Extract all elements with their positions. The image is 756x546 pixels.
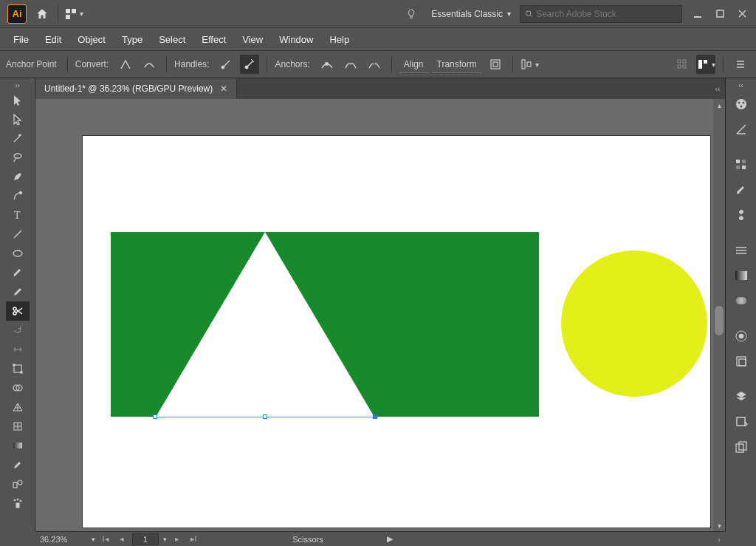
- gradient-tool[interactable]: [6, 436, 30, 455]
- blend-tool[interactable]: [6, 474, 30, 494]
- scissors-tool[interactable]: [6, 301, 30, 321]
- direct-selection-tool[interactable]: [6, 109, 30, 129]
- cut-path-button[interactable]: [365, 55, 384, 74]
- transparency-panel-icon[interactable]: [730, 290, 752, 312]
- menu-select[interactable]: Select: [151, 30, 193, 50]
- svg-rect-39: [21, 372, 22, 373]
- dock-expand-button[interactable]: ‹‹: [726, 80, 756, 90]
- convert-smooth-button[interactable]: [140, 55, 159, 74]
- selection-tool[interactable]: [6, 90, 30, 109]
- zoom-dropdown-icon[interactable]: ▾: [92, 536, 95, 543]
- handles-label: Handles:: [174, 59, 209, 69]
- pen-tool[interactable]: [6, 167, 30, 186]
- align-to-button[interactable]: [520, 55, 540, 74]
- document-tab[interactable]: Untitled-1* @ 36.23% (RGB/GPU Preview) ✕: [35, 78, 237, 99]
- scroll-thumb[interactable]: [715, 306, 724, 335]
- anchor-handle-right[interactable]: [373, 414, 377, 419]
- remove-anchor-button[interactable]: [317, 55, 337, 74]
- gradient-panel-icon[interactable]: [730, 265, 752, 287]
- symbols-panel-icon[interactable]: [730, 204, 752, 226]
- swatches-panel-icon[interactable]: [730, 154, 752, 176]
- handles-show-button[interactable]: [216, 55, 236, 74]
- discover-lightbulb-icon[interactable]: [400, 3, 422, 25]
- perspective-tool[interactable]: [6, 397, 30, 417]
- artboard-number[interactable]: 1: [132, 533, 159, 545]
- yellow-circle-shape[interactable]: [561, 250, 707, 397]
- line-tool[interactable]: [6, 225, 30, 244]
- prev-artboard-button[interactable]: ◂: [116, 533, 128, 545]
- svg-point-32: [13, 250, 22, 256]
- snap-pixel-button[interactable]: [696, 55, 715, 74]
- artboards-panel-icon[interactable]: [730, 436, 752, 458]
- convert-corner-button[interactable]: [116, 55, 135, 74]
- artboard-dropdown-icon[interactable]: ▾: [163, 536, 167, 543]
- zoom-level[interactable]: 36.23%: [40, 535, 87, 544]
- artboard[interactable]: [83, 136, 710, 528]
- anchor-handle-left[interactable]: [153, 414, 157, 419]
- menu-object[interactable]: Object: [70, 30, 113, 50]
- mesh-tool[interactable]: [6, 417, 30, 436]
- hscroll-right-button[interactable]: ›: [718, 535, 721, 544]
- appearance-panel-icon[interactable]: [730, 325, 752, 347]
- search-input[interactable]: [536, 9, 677, 19]
- pencil-tool[interactable]: [6, 282, 30, 301]
- isolate-button[interactable]: [486, 55, 505, 74]
- home-button[interactable]: [31, 3, 53, 25]
- svg-point-3: [526, 10, 530, 15]
- menu-help[interactable]: Help: [322, 30, 357, 50]
- scroll-up-button[interactable]: ▴: [713, 99, 725, 111]
- tabbar-collapse-button[interactable]: ‹‹: [710, 78, 725, 99]
- menu-file[interactable]: File: [6, 30, 36, 50]
- magic-wand-tool[interactable]: [6, 129, 30, 148]
- close-button[interactable]: [732, 6, 753, 22]
- arrange-documents-button[interactable]: [63, 3, 85, 25]
- menu-type[interactable]: Type: [114, 30, 150, 50]
- shape-builder-tool[interactable]: [6, 378, 30, 397]
- paintbrush-tool[interactable]: [6, 263, 30, 282]
- connect-anchor-button[interactable]: [341, 55, 360, 74]
- svg-rect-48: [16, 503, 19, 508]
- anchor-handle-mid[interactable]: [263, 414, 267, 419]
- color-panel-icon[interactable]: [730, 93, 752, 115]
- layers-panel-icon[interactable]: [730, 386, 752, 408]
- lasso-tool[interactable]: [6, 148, 30, 167]
- stroke-panel-icon[interactable]: [730, 239, 752, 262]
- curvature-tool[interactable]: [6, 186, 30, 205]
- tools-expand-button[interactable]: ››: [0, 80, 35, 90]
- last-artboard-button[interactable]: ▸I: [188, 533, 199, 545]
- color-guide-panel-icon[interactable]: [730, 118, 752, 140]
- snap-grid-button[interactable]: [673, 55, 692, 74]
- brushes-panel-icon[interactable]: [730, 179, 752, 201]
- width-tool[interactable]: [6, 340, 30, 359]
- graphic-styles-panel-icon[interactable]: [730, 350, 752, 372]
- workspace-switcher[interactable]: Essentials Classic ▾: [422, 9, 520, 19]
- symbol-sprayer-tool[interactable]: [6, 494, 30, 513]
- play-icon[interactable]: ▶: [387, 534, 393, 544]
- maximize-button[interactable]: [710, 6, 731, 22]
- minimize-button[interactable]: [688, 6, 709, 22]
- align-button[interactable]: Align: [399, 56, 428, 73]
- close-tab-button[interactable]: ✕: [220, 83, 227, 94]
- free-transform-tool[interactable]: [6, 359, 30, 378]
- handles-hide-button[interactable]: [240, 55, 259, 74]
- panel-menu-button[interactable]: [731, 55, 750, 74]
- canvas[interactable]: ▴ ▾: [35, 99, 725, 531]
- eyedropper-tool[interactable]: [6, 455, 30, 474]
- next-artboard-button[interactable]: ▸: [171, 533, 183, 545]
- current-tool-label: Scissors: [292, 535, 323, 544]
- rotate-tool[interactable]: [6, 321, 30, 340]
- first-artboard-button[interactable]: I◂: [100, 533, 111, 545]
- menu-edit[interactable]: Edit: [38, 30, 69, 50]
- asset-export-panel-icon[interactable]: [730, 411, 752, 433]
- svg-point-67: [739, 334, 743, 338]
- menu-window[interactable]: Window: [272, 30, 320, 50]
- vertical-scrollbar[interactable]: ▴ ▾: [713, 99, 725, 531]
- transform-button[interactable]: Transform: [433, 56, 481, 73]
- type-tool[interactable]: T: [6, 205, 30, 225]
- ellipse-tool[interactable]: [6, 244, 30, 263]
- menu-view[interactable]: View: [235, 30, 270, 50]
- search-stock-box[interactable]: [520, 5, 682, 23]
- svg-line-10: [223, 61, 230, 67]
- scroll-down-button[interactable]: ▾: [713, 519, 725, 531]
- menu-effect[interactable]: Effect: [194, 30, 233, 50]
